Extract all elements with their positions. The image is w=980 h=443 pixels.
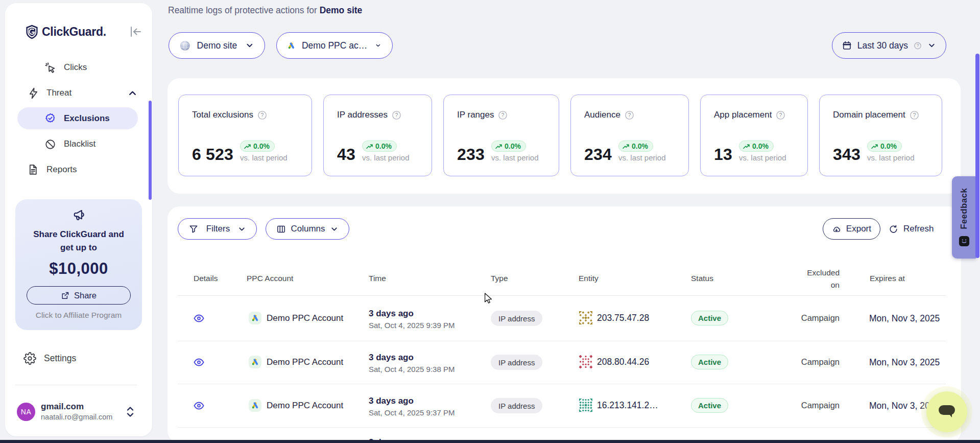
user-name: gmail.com — [41, 402, 84, 412]
col-header-excluded-on[interactable]: Excludedon — [778, 267, 840, 291]
refresh-icon — [889, 224, 898, 234]
cloud-download-icon — [832, 224, 841, 235]
help-icon[interactable]: ? — [392, 111, 401, 120]
export-button[interactable]: Export — [823, 218, 880, 240]
date-range-selector[interactable]: Last 30 days ? — [832, 32, 946, 59]
sidebar-collapse-icon[interactable] — [129, 26, 142, 38]
col-header-ppc-account[interactable]: PPC Account — [247, 272, 293, 285]
stat-caption: vs. last period — [867, 154, 915, 162]
stat-delta-badge: 0.0% — [362, 141, 397, 152]
status-badge: Active — [691, 398, 728, 413]
stat-caption: vs. last period — [240, 154, 288, 162]
google-ads-icon — [249, 356, 261, 368]
calendar-icon — [842, 40, 852, 51]
stat-delta-badge: 0.0% — [491, 141, 526, 152]
excluded-on-cell: Campaign — [766, 401, 840, 410]
page-subtitle: Realtime logs of protective actions for … — [168, 5, 362, 16]
chat-widget-button[interactable] — [926, 391, 967, 432]
sidebar-item-label: Reports — [46, 165, 77, 175]
entity-identicon — [579, 399, 592, 412]
col-header-expires-at[interactable]: Expires at — [870, 272, 905, 285]
stat-title: Audience — [584, 110, 620, 120]
svg-text:?: ? — [501, 112, 505, 118]
filter-icon — [188, 224, 199, 234]
site-selector[interactable]: Demo site — [169, 32, 265, 59]
col-header-status[interactable]: Status — [691, 272, 713, 285]
help-icon: ? — [914, 42, 921, 50]
type-badge: IP address — [491, 311, 542, 326]
help-icon[interactable]: ? — [498, 111, 507, 120]
col-header-time[interactable]: Time — [369, 272, 386, 285]
sidebar-item-label: Exclusions — [64, 113, 110, 124]
chevron-down-icon — [330, 225, 339, 234]
stat-title: IP addresses — [337, 110, 388, 120]
brand-logo[interactable]: ClickGuard. — [26, 24, 106, 40]
stat-value: 234 — [584, 147, 612, 162]
trend-up-icon — [366, 144, 373, 149]
view-details-eye-icon[interactable] — [194, 402, 204, 410]
lightning-icon — [27, 87, 40, 100]
sidebar-item-clicks[interactable]: Clicks — [44, 58, 87, 77]
avatar[interactable]: NA — [17, 403, 35, 421]
stat-title: Total exclusions — [192, 110, 253, 120]
trend-up-icon — [495, 144, 502, 149]
sidebar-item-threat[interactable]: Threat — [27, 84, 137, 102]
sidebar: ClickGuard. Clicks Threat — [5, 3, 152, 436]
type-badge: IP address — [491, 398, 542, 413]
trend-up-icon — [244, 144, 251, 149]
help-icon[interactable]: ? — [258, 111, 267, 120]
entity-cell: 208.80.44.26 — [579, 355, 649, 368]
account-switcher-icon[interactable] — [126, 405, 134, 418]
status-badge: Active — [691, 355, 728, 369]
ban-icon — [44, 138, 56, 150]
stat-card-domain-placement: Domain placement ? 343 0.0% vs. last per… — [819, 95, 942, 176]
sidebar-item-exclusions[interactable]: Exclusions — [17, 107, 138, 129]
col-header-entity[interactable]: Entity — [579, 272, 599, 285]
feedback-label: Feedback — [959, 188, 969, 229]
page-scrollbar[interactable] — [975, 54, 979, 258]
promo-caption[interactable]: Click to Affiliate Program — [15, 311, 142, 320]
exclusions-table-section: Filters Columns Export Refresh Details — [168, 206, 961, 443]
filters-button[interactable]: Filters — [178, 218, 257, 240]
help-icon[interactable]: ? — [776, 111, 785, 120]
share-button[interactable]: Share — [27, 286, 131, 305]
ppc-account-selector[interactable]: Demo PPC ac… — [276, 32, 393, 59]
sidebar-item-reports[interactable]: Reports — [27, 160, 77, 179]
col-header-type[interactable]: Type — [491, 272, 508, 285]
time-cell: 3 days ago Sat, Oct 4, 2025 9:37 PM — [369, 396, 455, 417]
svg-text:?: ? — [779, 112, 782, 118]
view-details-eye-icon[interactable] — [194, 358, 204, 366]
stat-card-ip-ranges: IP ranges ? 233 0.0% vs. last period — [443, 95, 559, 176]
sidebar-scrollbar[interactable] — [149, 101, 152, 200]
chevron-up-icon[interactable] — [128, 88, 137, 98]
stat-title: App placement — [714, 110, 772, 120]
stat-card-total-exclusions: Total exclusions ? 6 523 0.0% vs. last p… — [178, 95, 312, 176]
stat-title: Domain placement — [833, 110, 905, 120]
document-icon — [27, 164, 39, 176]
chat-bubble-icon — [937, 404, 957, 419]
view-details-eye-icon[interactable] — [194, 314, 204, 322]
site-name: Demo site — [320, 5, 363, 15]
stat-title: IP ranges — [457, 110, 494, 120]
chevron-down-icon — [237, 225, 246, 234]
stat-caption: vs. last period — [362, 154, 410, 162]
feedback-tab[interactable]: Feedback — [952, 176, 976, 259]
promo-text: Share ClickGuard and get up to — [15, 228, 142, 254]
chevron-down-icon — [375, 41, 381, 50]
affiliate-promo-card[interactable]: Share ClickGuard and get up to $10,000 S… — [15, 199, 142, 330]
columns-button[interactable]: Columns — [266, 218, 349, 240]
sidebar-item-settings[interactable]: Settings — [23, 349, 76, 367]
table-divider — [178, 341, 946, 341]
stats-section: Total exclusions ? 6 523 0.0% vs. last p… — [168, 78, 961, 194]
ppc-account-selector-value: Demo PPC ac… — [302, 40, 367, 51]
help-icon[interactable]: ? — [910, 111, 919, 120]
refresh-button[interactable]: Refresh — [889, 218, 940, 240]
sidebar-item-blacklist[interactable]: Blacklist — [44, 135, 95, 153]
table-divider — [178, 384, 946, 384]
ppc-account-cell: Demo PPC Account — [249, 312, 343, 324]
svg-text:?: ? — [261, 112, 264, 118]
stat-value: 13 — [714, 147, 732, 162]
help-icon[interactable]: ? — [625, 111, 634, 120]
col-header-details[interactable]: Details — [194, 272, 218, 285]
user-email: naatali.ro@gmail.com — [41, 413, 112, 421]
